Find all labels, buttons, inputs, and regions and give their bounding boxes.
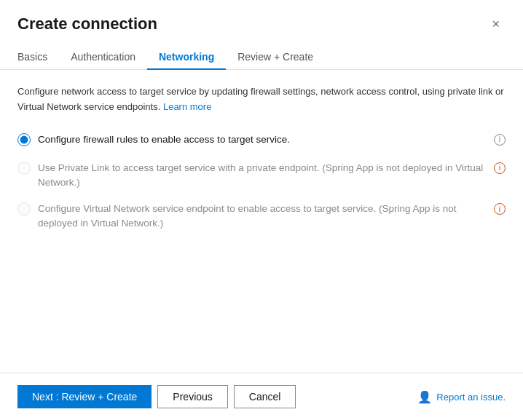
info-icon-vnet-endpoint[interactable]: i <box>494 203 506 215</box>
report-issue-link[interactable]: 👤 Report an issue. <box>417 390 506 404</box>
learn-more-link[interactable]: Learn more <box>163 101 211 112</box>
label-private-link: Use Private Link to access target servic… <box>38 161 506 191</box>
next-button[interactable]: Next : Review + Create <box>17 385 152 408</box>
radio-wrapper-firewall <box>17 133 31 149</box>
previous-button[interactable]: Previous <box>157 385 227 408</box>
radio-wrapper-private-link <box>17 162 31 178</box>
close-button[interactable]: × <box>486 15 506 33</box>
tab-review-create[interactable]: Review + Create <box>226 45 325 70</box>
info-icon-private-link[interactable]: i <box>494 162 506 174</box>
info-icon-firewall[interactable]: i <box>494 134 506 146</box>
label-text-firewall: Configure firewall rules to enable acces… <box>38 132 489 147</box>
tab-bar: BasicsAuthenticationNetworkingReview + C… <box>0 33 523 70</box>
radio-vnet-endpoint <box>17 202 31 215</box>
radio-private-link <box>17 162 31 175</box>
tab-authentication[interactable]: Authentication <box>59 45 147 70</box>
dialog-footer: Next : Review + Create Previous Cancel 👤… <box>0 373 523 420</box>
tab-basics[interactable]: Basics <box>17 45 59 70</box>
radio-firewall[interactable] <box>17 133 31 146</box>
report-issue-label: Report an issue. <box>436 392 506 403</box>
option-private-link: Use Private Link to access target servic… <box>17 161 506 191</box>
networking-options: Configure firewall rules to enable acces… <box>17 132 506 231</box>
description-text: Configure network access to target servi… <box>17 84 506 115</box>
option-firewall: Configure firewall rules to enable acces… <box>17 132 506 149</box>
label-text-private-link: Use Private Link to access target servic… <box>38 161 489 191</box>
create-connection-dialog: Create connection × BasicsAuthentication… <box>0 0 523 420</box>
main-content: Configure network access to target servi… <box>0 70 523 373</box>
label-vnet-endpoint: Configure Virtual Network service endpoi… <box>38 202 506 231</box>
dialog-title: Create connection <box>17 15 157 33</box>
label-text-vnet-endpoint: Configure Virtual Network service endpoi… <box>38 202 489 231</box>
option-vnet-endpoint: Configure Virtual Network service endpoi… <box>17 202 506 231</box>
tab-networking[interactable]: Networking <box>147 45 226 70</box>
cancel-button[interactable]: Cancel <box>234 385 296 408</box>
label-firewall: Configure firewall rules to enable acces… <box>38 132 506 147</box>
radio-wrapper-vnet-endpoint <box>17 202 31 218</box>
report-icon: 👤 <box>417 390 432 404</box>
dialog-header: Create connection × <box>0 0 523 33</box>
